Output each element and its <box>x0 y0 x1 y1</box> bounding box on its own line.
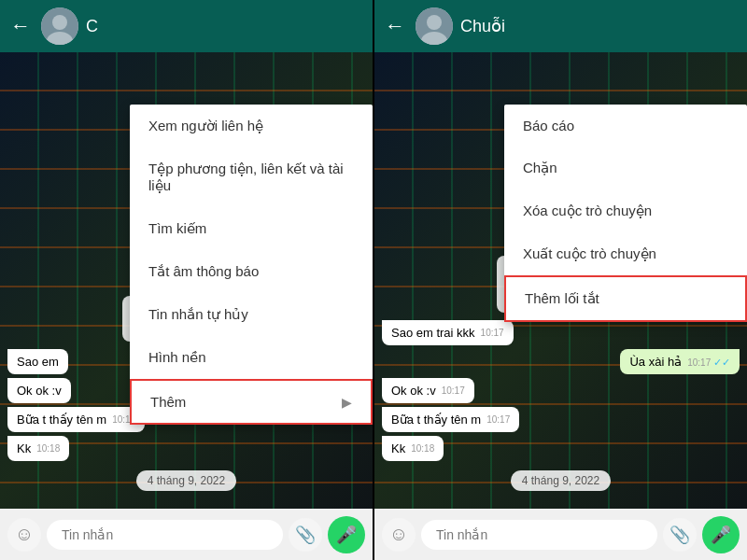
right-input-bar: ☺ 📎 🎤 <box>374 509 747 560</box>
right-msg-3: Ok ok :v 10:17 <box>382 378 474 403</box>
left-menu-more[interactable]: Thêm ▶ <box>130 379 373 425</box>
right-msg-1: Sao em trai kkk 10:17 <box>382 320 514 345</box>
left-input-bar: ☺ 📎 🎤 <box>0 509 373 560</box>
right-emoji-button[interactable]: ☺ <box>382 518 416 552</box>
right-header: ← Chuỗi <box>374 0 747 52</box>
right-msg-2: Ùa xài hả 10:17 ✓✓ <box>620 349 740 374</box>
right-date-badge: 4 tháng 9, 2022 <box>511 470 611 491</box>
right-back-button[interactable]: ← <box>382 14 408 38</box>
right-msg-5: Kk 10:18 <box>382 436 444 461</box>
left-attach-button[interactable]: 📎 <box>289 518 322 552</box>
left-msg-1: Sao em <box>7 349 68 374</box>
left-contact-name[interactable]: C <box>86 17 365 36</box>
left-dropdown-menu: Xem người liên hệ Tệp phương tiện, liên … <box>130 105 373 425</box>
right-contact-name[interactable]: Chuỗi <box>460 16 740 36</box>
left-msg-2: Ok ok :v <box>7 378 71 403</box>
right-avatar <box>416 7 453 45</box>
left-menu-search[interactable]: Tìm kiếm <box>130 207 373 250</box>
left-back-button[interactable]: ← <box>7 14 34 38</box>
right-menu-block[interactable]: Chặn <box>504 147 747 189</box>
right-mic-button[interactable]: 🎤 <box>702 516 740 553</box>
left-emoji-button[interactable]: ☺ <box>7 518 41 552</box>
right-menu-clear-chat[interactable]: Xóa cuộc trò chuyện <box>504 189 747 232</box>
right-menu-report[interactable]: Báo cáo <box>504 105 747 147</box>
left-menu-media[interactable]: Tệp phương tiện, liên kết và tài liệu <box>130 147 373 207</box>
left-mic-button[interactable]: 🎤 <box>328 516 365 553</box>
left-menu-view-contact[interactable]: Xem người liên hệ <box>130 105 373 147</box>
left-msg-3: Bữa t thấy tên m 10:17 <box>7 407 145 432</box>
right-attach-button[interactable]: 📎 <box>663 518 697 552</box>
right-menu-export-chat[interactable]: Xuất cuộc trò chuyện <box>504 232 747 275</box>
right-menu-shortcut[interactable]: Thêm lối tắt <box>504 275 747 322</box>
left-avatar <box>41 7 78 45</box>
left-message-input[interactable] <box>47 520 283 550</box>
left-menu-disappearing[interactable]: Tin nhắn tự hủy <box>130 293 373 336</box>
right-dropdown-menu: Báo cáo Chặn Xóa cuộc trò chuyện Xuất cu… <box>504 105 747 322</box>
right-chat-background: 🔒 Tin nhắn và cuộc...Những người bên ng.… <box>374 52 747 560</box>
left-menu-chevron-icon: ▶ <box>342 395 352 410</box>
left-msg-4: Kk 10:18 <box>7 436 69 461</box>
left-chat-background: 🔒 Tin nhắn và cuộc...Những người bên ng.… <box>0 52 373 560</box>
svg-point-4 <box>427 15 442 30</box>
right-msg-2-tick: ✓✓ <box>713 357 730 368</box>
svg-point-1 <box>52 15 67 30</box>
left-menu-wallpaper[interactable]: Hình nền <box>130 336 373 379</box>
left-header: ← C <box>0 0 373 52</box>
left-menu-mute[interactable]: Tắt âm thông báo <box>130 250 373 293</box>
right-message-input[interactable] <box>421 520 657 550</box>
left-date-badge: 4 tháng 9, 2022 <box>136 470 236 491</box>
right-panel: ← Chuỗi 🔒 Tin nhắn và cuộc...Những người… <box>374 0 747 560</box>
left-panel: ← C 🔒 Tin nhắn và cuộc...Những người bên… <box>0 0 373 560</box>
right-msg-4: Bữa t thấy tên m 10:17 <box>382 407 519 432</box>
